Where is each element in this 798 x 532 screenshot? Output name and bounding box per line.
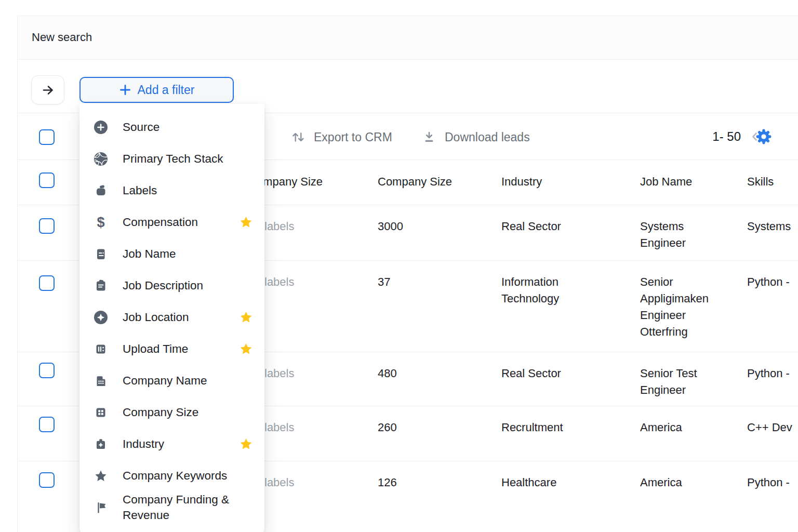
menu-item-label: Upload Time (123, 341, 234, 357)
plus-icon (119, 84, 131, 96)
menu-item-company-funding-revenue[interactable]: Company Funding & Revenue (79, 491, 264, 523)
download-icon (421, 129, 437, 145)
menu-item-label: Company Funding & Revenue (123, 492, 234, 523)
cell-job-name: Systems Engineer (640, 218, 731, 251)
cell-industry: Information Technology (501, 274, 618, 307)
download-leads-button[interactable]: Download leads (421, 129, 530, 145)
menu-item-label: Compensation (123, 215, 234, 230)
cell-skills: Python - (747, 365, 790, 382)
source-plus-icon (93, 119, 109, 135)
menu-item-label: Company Size (123, 405, 234, 420)
cell-industry: Healthcare (501, 474, 618, 491)
cell-company-size: 480 (378, 365, 397, 382)
cell-company-size: 37 (378, 274, 390, 290)
cell-industry: Real Sector (501, 218, 618, 235)
row-checkbox[interactable] (39, 275, 55, 291)
select-all-checkbox[interactable] (39, 129, 55, 145)
favorite-star-icon (238, 341, 254, 356)
row-checkbox[interactable] (39, 363, 55, 378)
menu-item-label: Job Location (123, 310, 234, 325)
column-header-skills[interactable]: Skills (747, 175, 774, 189)
menu-item-job-location[interactable]: Job Location (79, 301, 264, 333)
menu-item-job-name[interactable]: Job Name (79, 238, 264, 270)
clipboard-icon (93, 278, 109, 294)
cell-job-name: America (640, 474, 731, 491)
row-checkbox[interactable] (39, 218, 55, 234)
gear-icon (754, 127, 773, 146)
menu-item-label: Source (123, 119, 234, 135)
cell-job-name: Senior Test Engineer (640, 365, 731, 398)
star-icon (93, 468, 109, 484)
menu-item-job-description[interactable]: Job Description (79, 270, 264, 301)
cell-labels[interactable]: labels (264, 419, 294, 436)
favorite-star-icon (238, 436, 254, 451)
menu-item-source[interactable]: Source (79, 111, 264, 143)
add-filter-dropdown: Source Primary Tech Stack Labels $ (79, 104, 264, 532)
menu-item-primary-tech-stack[interactable]: Primary Tech Stack (79, 143, 264, 175)
menu-item-label: Industry (123, 436, 234, 452)
menu-item-industry[interactable]: Industry (79, 428, 264, 460)
menu-item-label: Company Keywords (123, 468, 234, 484)
export-to-crm-label: Export to CRM (314, 130, 392, 144)
export-to-crm-button[interactable]: Export to CRM (290, 129, 392, 145)
page-title: New search (32, 31, 92, 44)
add-filter-button[interactable]: Add a filter (79, 77, 234, 103)
briefcase-icon (93, 183, 109, 198)
toolbox-icon (93, 436, 109, 452)
column-header-job-name[interactable]: Job Name (640, 175, 692, 189)
pagination-range: 1- 50 (682, 129, 741, 144)
cell-job-name: America (640, 419, 731, 436)
grid-icon (93, 405, 109, 420)
favorite-star-icon (238, 215, 254, 230)
menu-item-label: Job Description (123, 278, 234, 294)
column-header-company-size-2[interactable]: Company Size (378, 175, 452, 189)
menu-item-compensation[interactable]: $ Compensation (79, 206, 264, 238)
building-icon (93, 373, 109, 389)
cell-skills: Python - (747, 474, 790, 491)
cell-labels[interactable]: labels (264, 218, 294, 235)
arrow-right-icon (41, 83, 55, 97)
menu-item-label: Company Name (123, 373, 234, 389)
document-icon (93, 246, 109, 262)
svg-text:$: $ (97, 215, 104, 230)
cell-company-size: 260 (378, 419, 397, 436)
row-checkbox[interactable] (39, 417, 55, 432)
cell-skills: C++ Dev (747, 419, 792, 436)
table-settings-button[interactable] (754, 127, 773, 146)
row-checkbox[interactable] (39, 472, 55, 488)
cell-labels[interactable]: labels (264, 365, 294, 382)
download-leads-label: Download leads (445, 130, 530, 144)
menu-item-company-name[interactable]: Company Name (79, 365, 264, 396)
menu-item-label: Primary Tech Stack (123, 151, 234, 167)
menu-item-company-size[interactable]: Company Size (79, 396, 264, 428)
collapse-panel-button[interactable] (31, 75, 64, 104)
favorite-star-icon (238, 310, 254, 325)
sort-arrows-icon (290, 129, 307, 145)
location-icon (93, 310, 109, 325)
menu-item-label: Job Name (123, 246, 234, 262)
globe-icon (93, 151, 109, 167)
cell-labels[interactable]: labels (264, 274, 294, 290)
menu-item-label: Labels (123, 183, 234, 198)
menu-item-upload-time[interactable]: Upload Time (79, 333, 264, 365)
header-row-checkbox[interactable] (39, 172, 55, 188)
menu-item-labels[interactable]: Labels (79, 175, 264, 206)
cell-skills: Systems (747, 218, 791, 235)
cell-industry: Real Sector (501, 365, 618, 382)
add-filter-label: Add a filter (138, 83, 195, 97)
column-header-industry[interactable]: Industry (501, 175, 542, 189)
menu-item-company-keywords[interactable]: Company Keywords (79, 460, 264, 491)
cell-job-name: Senior Appligimaken Engineer Otterfring (640, 274, 731, 340)
dollar-icon: $ (93, 215, 109, 230)
title-bar: New search (18, 16, 798, 60)
cell-company-size: 126 (378, 474, 397, 491)
calendar-bars-icon (93, 341, 109, 357)
cell-company-size: 3000 (378, 218, 403, 235)
cell-industry: Recrultment (501, 419, 618, 436)
cell-labels[interactable]: labels (264, 474, 294, 491)
cell-skills: Python - (747, 274, 790, 290)
flag-icon (93, 500, 109, 515)
